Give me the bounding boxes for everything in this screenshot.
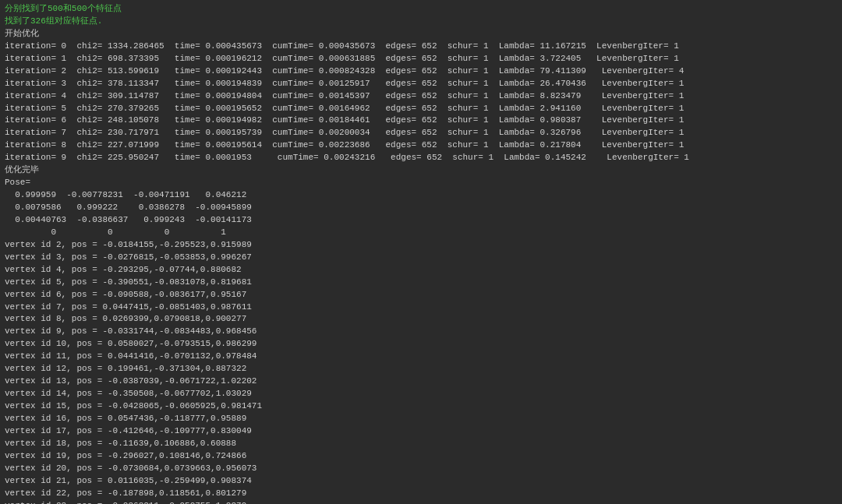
terminal-line: vertex id 5, pos = -0.390551,-0.0831078,… [5,277,252,287]
terminal-line: iteration= 8 chi2= 227.071999 time= 0.00… [5,140,684,150]
terminal-line: 优化完毕 [5,165,39,174]
terminal-line: vertex id 16, pos = 0.0547436,-0.118777,… [5,414,246,423]
terminal-line: iteration= 0 chi2= 1334.286465 time= 0.0… [5,41,679,51]
terminal-line: Pose= [5,178,30,187]
terminal-line: 0.999959 -0.00778231 -0.00471191 0.04621… [5,190,246,199]
terminal-line: vertex id 19, pos = -0.296027,0.108146,0… [5,451,246,460]
terminal-line: 找到了326组对应特征点. [5,16,102,26]
terminal-line: vertex id 15, pos = -0.0428065,-0.060592… [5,401,262,411]
terminal-line: vertex id 13, pos = -0.0387039,-0.067172… [5,376,256,386]
terminal-line: vertex id 18, pos = -0.11639,0.106886,0.… [5,439,236,448]
terminal-line: vertex id 20, pos = -0.0730684,0.0739663… [5,463,256,473]
terminal-line: 分别找到了500和500个特征点 [5,4,122,13]
terminal-line: vertex id 21, pos = 0.0116035,-0.259499,… [5,476,252,485]
terminal-line: iteration= 4 chi2= 309.114787 time= 0.00… [5,91,684,100]
terminal-line: iteration= 5 chi2= 270.379265 time= 0.00… [5,104,684,113]
terminal-output: 分别找到了500和500个特征点 找到了326组对应特征点. 开始优化 iter… [5,3,837,504]
terminal-line: vertex id 23, pos = -0.0268211,-0.050755… [5,501,246,505]
terminal-line: vertex id 9, pos = -0.0331744,-0.0834483… [5,326,256,336]
terminal-line: vertex id 11, pos = 0.0441416,-0.0701132… [5,351,256,361]
terminal-line: 开始优化 [5,29,39,38]
terminal-line: iteration= 9 chi2= 225.950247 time= 0.00… [5,153,689,162]
terminal-line: vertex id 7, pos = 0.0447415,-0.0851403,… [5,302,252,312]
terminal-line: vertex id 4, pos = -0.293295,-0.07744,0.… [5,265,242,274]
terminal-line: 0.0079586 0.999222 0.0386278 -0.00945899 [5,203,252,212]
terminal-line: iteration= 1 chi2= 698.373395 time= 0.00… [5,54,679,63]
terminal-line: vertex id 22, pos = -0.187898,0.118561,0… [5,488,246,498]
terminal-line: vertex id 10, pos = 0.0580027,-0.0793515… [5,339,256,348]
terminal-line: vertex id 8, pos = 0.0269399,0.0790818,0… [5,314,246,323]
terminal-line: iteration= 7 chi2= 230.717971 time= 0.00… [5,128,684,137]
terminal-line: 0.00440763 -0.0386637 0.999243 -0.001411… [5,215,252,224]
terminal-line: iteration= 2 chi2= 513.599619 time= 0.00… [5,66,684,76]
terminal-line: vertex id 17, pos = -0.412646,-0.109777,… [5,426,252,435]
terminal-line: vertex id 6, pos = -0.090588,-0.0836177,… [5,290,246,299]
terminal-line: vertex id 3, pos = -0.0276815,-0.053853,… [5,252,252,262]
terminal-line: vertex id 12, pos = 0.199461,-0.371304,0… [5,364,246,373]
terminal-line: iteration= 6 chi2= 248.105078 time= 0.00… [5,115,684,125]
terminal-line: vertex id 14, pos = -0.350508,-0.0677702… [5,389,252,398]
terminal-line: 0 0 0 1 [5,227,226,237]
terminal-line: iteration= 3 chi2= 378.113347 time= 0.00… [5,79,684,88]
terminal-line: vertex id 2, pos = -0.0184155,-0.295523,… [5,240,252,249]
